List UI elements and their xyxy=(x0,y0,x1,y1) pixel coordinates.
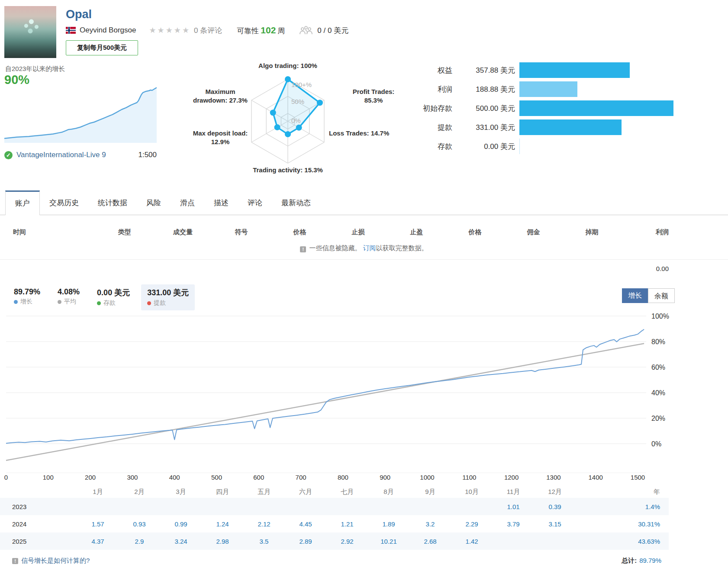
tab-描述[interactable]: 描述 xyxy=(204,190,238,215)
toggle-balance-button[interactable]: 余额 xyxy=(648,288,675,303)
reliability: 可靠性102周 xyxy=(237,25,285,36)
tab-滑点[interactable]: 滑点 xyxy=(171,190,204,215)
signal-avatar xyxy=(4,6,56,58)
column-header-掉期: 掉期 xyxy=(563,228,621,236)
radar-label-trading-activity: Trading activity: 15.3% xyxy=(219,166,357,174)
tab-账户[interactable]: 账户 xyxy=(5,190,40,215)
balance-value: 500.00 美元 xyxy=(452,103,515,113)
month-value: 3.2 xyxy=(409,520,451,528)
tab-评论[interactable]: 评论 xyxy=(238,190,272,215)
signal-page: Opal Oeyvind Borgsoe ★★★★★ 0 条评论 可靠性102周… xyxy=(0,0,728,571)
radar-label-maximum-drawdown: Maximumdrawdown: 27.3% xyxy=(179,87,261,105)
how-growth-calculated-link[interactable]: 信号增长是如何计算的? xyxy=(21,557,90,565)
svg-text:0: 0 xyxy=(4,474,8,481)
profit-total-row: 0.00 xyxy=(0,260,728,277)
svg-text:200: 200 xyxy=(85,474,96,481)
leverage-value: 1:500 xyxy=(138,151,157,159)
svg-text:1100: 1100 xyxy=(462,474,476,481)
month-header-七月: 七月 xyxy=(326,488,368,496)
monthly-returns-table: 1月2月3月四月五月六月七月8月9月10月11月12月年20231.010.39… xyxy=(0,486,728,550)
month-value: 1.89 xyxy=(368,520,409,528)
month-value: 1.24 xyxy=(202,520,243,528)
trades-table-header: 时间类型成交量符号价格止损止盈价格佣金掉期利润 xyxy=(0,215,728,236)
month-value: 3.24 xyxy=(160,538,202,545)
reliability-unit: 周 xyxy=(277,27,285,35)
column-header-价格: 价格 xyxy=(271,228,329,236)
svg-text:100%: 100% xyxy=(651,313,669,320)
month-header-8月: 8月 xyxy=(368,488,409,496)
month-value: 10.21 xyxy=(368,538,409,545)
balance-row: 提款331.00 美元 xyxy=(403,118,723,137)
balance-bar-box xyxy=(519,100,678,116)
reviews-link[interactable]: 0 条评论 xyxy=(194,26,222,35)
summary-chip-平均[interactable]: 4.08%平均 xyxy=(52,284,86,309)
main-chart-svg: 0%20%40%60%80%100%0100200300400500600700… xyxy=(0,308,728,484)
people-icon xyxy=(299,26,313,35)
author-link[interactable]: Oeyvind Borgsoe xyxy=(80,26,136,35)
balance-value: 331.00 美元 xyxy=(452,123,515,132)
reliability-value: 102 xyxy=(261,25,276,35)
tab-交易历史[interactable]: 交易历史 xyxy=(40,190,88,215)
info-icon: ! xyxy=(300,246,306,252)
balance-label: 权益 xyxy=(403,65,452,75)
summary-chip-增长[interactable]: 89.79%增长 xyxy=(8,284,46,309)
balance-label: 初始存款 xyxy=(403,103,452,113)
balance-bar-box xyxy=(519,62,678,78)
radar-label-max-deposit-load: Max deposit load:12.9% xyxy=(179,129,261,146)
column-header-成交量: 成交量 xyxy=(154,228,212,236)
year-total-value: 1.4% xyxy=(576,503,669,510)
svg-text:600: 600 xyxy=(253,474,264,481)
month-value: 3.15 xyxy=(534,520,576,528)
copiers: 0 / 0 美元 xyxy=(299,26,348,35)
account-link[interactable]: VantageInternational-Live 9 xyxy=(16,151,106,159)
reliability-label: 可靠性 xyxy=(237,27,259,35)
month-value: 2.92 xyxy=(326,538,368,545)
month-value: 2.9 xyxy=(119,538,160,545)
column-header-佣金: 佣金 xyxy=(504,228,563,236)
monthly-row-2024: 20241.570.930.991.242.124.451.211.893.22… xyxy=(0,515,669,532)
svg-text:1000: 1000 xyxy=(420,474,434,481)
column-header-时间: 时间 xyxy=(13,228,95,236)
month-value: 3.5 xyxy=(243,538,285,545)
chip-value: 331.00 美元 xyxy=(147,287,189,298)
summary-chip-存款[interactable]: 0.00 美元存款 xyxy=(91,284,136,310)
balance-value: 0.00 美元 xyxy=(452,142,515,152)
balance-label: 提款 xyxy=(403,123,452,132)
month-value: 0.99 xyxy=(160,520,202,528)
svg-text:900: 900 xyxy=(380,474,390,481)
summary-chip-提款[interactable]: 331.00 美元提款 xyxy=(141,284,195,310)
balance-row: 存款0.00 美元 xyxy=(403,137,723,156)
copy-signal-button[interactable]: 复制每月500美元 xyxy=(66,40,138,55)
month-value: 2.29 xyxy=(451,520,493,528)
tab-风险[interactable]: 风险 xyxy=(137,190,171,215)
balance-row: 初始存款500.00 美元 xyxy=(403,99,723,118)
radar-label-algo-trading: Algo trading: 100% xyxy=(219,61,357,70)
year-label: 2023 xyxy=(0,503,77,510)
tab-统计数据[interactable]: 统计数据 xyxy=(88,190,137,215)
balance-bar xyxy=(519,81,577,97)
legend-dot-icon xyxy=(58,300,61,304)
month-value: 4.37 xyxy=(77,538,119,545)
subscribe-link[interactable]: 订阅 xyxy=(363,244,376,252)
balance-bar-box xyxy=(519,81,678,97)
legend-dot-icon xyxy=(147,301,151,305)
balance-bar xyxy=(519,119,622,135)
month-value: 2.12 xyxy=(243,520,285,528)
balance-row: 利润188.88 美元 xyxy=(403,80,723,99)
svg-text:80%: 80% xyxy=(651,338,665,345)
balance-summary: 权益357.88 美元利润188.88 美元初始存款500.00 美元提款331… xyxy=(403,61,723,156)
radar-svg: 100+%50%0% xyxy=(173,61,433,177)
hidden-info-notice: !一些信息被隐藏。 订阅以获取完整数据。 xyxy=(0,244,728,252)
column-header-符号: 符号 xyxy=(212,228,271,236)
month-header-1月: 1月 xyxy=(77,488,119,496)
growth-since-label: 自2023年以来的增长 xyxy=(5,65,65,73)
month-value: 2.68 xyxy=(409,538,451,545)
toggle-growth-button[interactable]: 增长 xyxy=(622,288,648,303)
page-title: Opal xyxy=(66,8,92,21)
month-header-六月: 六月 xyxy=(285,488,326,496)
svg-text:800: 800 xyxy=(338,474,348,481)
trades-section: 时间类型成交量符号价格止损止盈价格佣金掉期利润 !一些信息被隐藏。 订阅以获取完… xyxy=(0,215,728,277)
balance-label: 利润 xyxy=(403,84,452,94)
tab-最新动态[interactable]: 最新动态 xyxy=(272,190,320,215)
monthly-row-2025: 20254.372.93.242.983.52.892.9210.212.681… xyxy=(0,532,669,550)
